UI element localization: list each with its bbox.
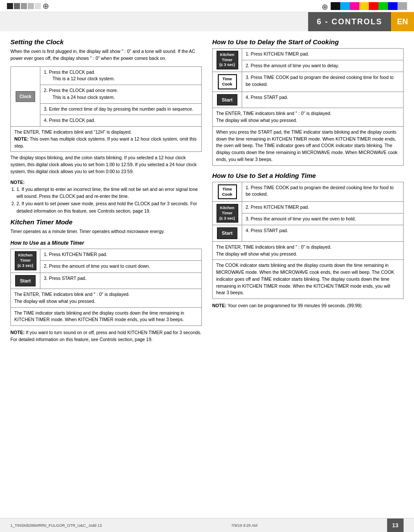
top-marks: ⊕ ⊕ xyxy=(0,0,414,12)
swatch-cyan xyxy=(340,2,350,10)
ht-note-label: NOTE: xyxy=(212,303,227,308)
clock-note-1: 1. If you attempt to enter an incorrect … xyxy=(16,186,202,200)
ds-info-2: When you press the START pad, the TIME i… xyxy=(213,126,404,165)
swatch-black xyxy=(331,2,340,10)
swatch-gray xyxy=(398,2,407,10)
ds-start-button: Start xyxy=(217,94,237,106)
ds-kt-button-cell: Kitchen Timer (≤ 3 sec) xyxy=(213,49,242,72)
clock-step-3: 3. Enter the correct time of day by pres… xyxy=(40,103,202,115)
clock-instructions-table: Clock 1. Press the CLOCK pad. This is a … xyxy=(10,66,202,152)
ds-step-4: 4. Press START pad. xyxy=(242,92,404,108)
swatch-blue xyxy=(388,2,398,10)
kt-start-cell: Start xyxy=(11,273,40,289)
ht-info-2: The COOK indicator starts blinking and t… xyxy=(213,260,404,299)
clock-button-cell: Clock xyxy=(11,66,40,127)
header-lang: EN xyxy=(391,12,414,31)
ht-step-3: 3. Press the amount of time you want the… xyxy=(242,213,404,225)
ht-info-row-2: The COOK indicator starts blinking and t… xyxy=(213,260,404,299)
clock-info-row: The ENTER, TIME indicators blink and "12… xyxy=(11,127,202,152)
ht-step-2: 2. Press KITCHEN TIMER pad. xyxy=(242,202,404,213)
kt-row-1: Kitchen Timer (≤ 3 sec) 1. Press KITCHEN… xyxy=(11,249,202,261)
kitchen-timer-title: Kitchen Timer Mode xyxy=(10,218,202,226)
swatch-red xyxy=(369,2,378,10)
reg-sq-3 xyxy=(21,3,27,9)
delay-start-title: How to Use to Delay the Start of Cooking xyxy=(212,38,404,46)
swatch-yellow xyxy=(359,2,369,10)
ht-time-cook-button: Time Cook xyxy=(218,184,237,200)
clock-info-1: The ENTER, TIME indicators blink and "12… xyxy=(11,127,202,152)
clock-step-4: 4. Press the CLOCK pad. xyxy=(40,115,202,127)
reg-marks-left: ⊕ xyxy=(7,1,49,11)
holding-time-section: How to Use to Set a Holding Time Time Co… xyxy=(212,172,404,309)
swatch-green xyxy=(378,2,388,10)
swatch-magenta xyxy=(350,2,359,10)
reg-sq-4 xyxy=(28,3,34,9)
ht-info-row-1: The ENTER, TIME indicators blink and " :… xyxy=(213,241,404,260)
clock-note-text: This oven has multiple clock systems. If… xyxy=(14,136,197,148)
ht-kt-button-cell: Kitchen Timer (≤ 3 sec) xyxy=(213,202,242,225)
crosshair-left: ⊕ xyxy=(43,1,49,11)
page-number: 13 xyxy=(387,519,404,532)
main-content: Setting the Clock When the oven is first… xyxy=(0,31,414,355)
right-column: How to Use to Delay the Start of Cooking… xyxy=(212,38,404,348)
left-column: Setting the Clock When the oven is first… xyxy=(10,38,202,348)
ht-start-cell: Start xyxy=(213,225,242,242)
footer-date: 7/9/19 9:25 AM xyxy=(231,523,258,528)
reg-sq-1 xyxy=(7,3,13,9)
ds-info-1: The ENTER, TIME indicators blink and " :… xyxy=(213,108,404,127)
kt-info-1: The ENTER, TIME indicators blink and " :… xyxy=(11,289,202,308)
ds-info-row-1: The ENTER, TIME indicators blink and " :… xyxy=(213,108,404,127)
kt-step-2: 2. Press the amount of time you want to … xyxy=(40,261,202,273)
ht-row-2: Kitchen Timer (≤ 3 sec) 2. Press KITCHEN… xyxy=(213,202,404,213)
footer-filename: 1_TINSKB286MRR0_FULGOR_OTR_U&C_.indd 13 xyxy=(10,523,102,528)
start-button: Start xyxy=(15,275,36,287)
page-header: 6 - CONTROLS EN xyxy=(0,12,414,31)
kt-step-1: 1. Press KITCHEN TIMER pad. xyxy=(40,249,202,261)
reg-squares xyxy=(7,3,41,9)
ds-row-3: Time Cook 3. Press TIME COOK pad to prog… xyxy=(213,72,404,92)
ds-info-row-2: When you press the START pad, the TIME i… xyxy=(213,126,404,165)
kt-step-3: 3. Press START pad. xyxy=(40,273,202,289)
ds-start-cell: Start xyxy=(213,92,242,108)
setting-clock-title: Setting the Clock xyxy=(10,38,202,46)
holding-time-title: How to Use to Set a Holding Time xyxy=(212,172,404,179)
clock-notes-list: 1. If you attempt to enter an incorrect … xyxy=(10,186,202,215)
ds-tc-button-cell: Time Cook xyxy=(213,72,242,92)
ht-step-4: 4. Press START pad. xyxy=(242,225,404,242)
reg-sq-5 xyxy=(35,3,41,9)
kitchen-timer-intro: Timer operates as a minute timer. Timer … xyxy=(10,228,202,235)
ht-note-text: Your oven can be programmed for 99 minut… xyxy=(227,303,361,308)
crosshair-right: ⊕ xyxy=(322,2,328,10)
clock-para1: The display stops blinking, and the colo… xyxy=(10,154,202,175)
clock-step-1: 1. Press the CLOCK pad. This is a 12 hou… xyxy=(40,66,202,85)
delay-start-section: How to Use to Delay the Start of Cooking… xyxy=(212,38,404,166)
reg-sq-2 xyxy=(14,3,20,9)
clock-note-label: NOTE: xyxy=(14,136,29,141)
ht-row-1: Time Cook 1. Press TIME COOK pad to prog… xyxy=(213,182,404,202)
ds-step-3: 3. Press TIME COOK pad to program the de… xyxy=(242,72,404,92)
ds-row-1: Kitchen Timer (≤ 3 sec) 1. Press KITCHEN… xyxy=(213,49,404,60)
ds-row-4: Start 4. Press START pad. xyxy=(213,92,404,108)
holding-time-table: Time Cook 1. Press TIME COOK pad to prog… xyxy=(212,182,404,299)
minute-timer-table: Kitchen Timer (≤ 3 sec) 1. Press KITCHEN… xyxy=(10,249,202,326)
kitchen-timer-button: Kitchen Timer (≤ 3 sec) xyxy=(15,251,36,270)
clock-row-1: Clock 1. Press the CLOCK pad. This is a … xyxy=(11,66,202,85)
ht-kitchen-timer-button: Kitchen Timer (≤ 3 sec) xyxy=(217,204,238,223)
ht-note: NOTE: Your oven can be programmed for 99… xyxy=(212,302,404,309)
kt-info-2: The TIME indicator starts blinking and t… xyxy=(11,307,202,326)
minute-timer-subtitle: How to Use as a Minute Timer xyxy=(10,240,202,246)
ht-start-button: Start xyxy=(217,227,237,239)
page-footer: 1_TINSKB286MRR0_FULGOR_OTR_U&C_.indd 13 … xyxy=(0,518,414,532)
kt-note-bottom: NOTE: If you want to turn sound on or of… xyxy=(10,329,202,343)
delay-start-table: Kitchen Timer (≤ 3 sec) 1. Press KITCHEN… xyxy=(212,48,404,166)
color-swatches-right: ⊕ xyxy=(322,2,407,10)
setting-clock-intro: When the oven is first plugged in, the d… xyxy=(10,48,202,62)
clock-step-2: 2. Press the CLOCK pad once more. This i… xyxy=(40,85,202,104)
clock-button: Clock xyxy=(16,91,35,102)
setting-clock-section: Setting the Clock When the oven is first… xyxy=(10,38,202,215)
kt-info-row-2: The TIME indicator starts blinking and t… xyxy=(11,307,202,326)
kt-note-text: If you want to turn sound on or off, pre… xyxy=(10,330,201,342)
kt-note-label: NOTE: xyxy=(10,330,25,335)
header-title: 6 - CONTROLS xyxy=(308,12,391,31)
kt-button-cell: Kitchen Timer (≤ 3 sec) xyxy=(11,249,40,273)
